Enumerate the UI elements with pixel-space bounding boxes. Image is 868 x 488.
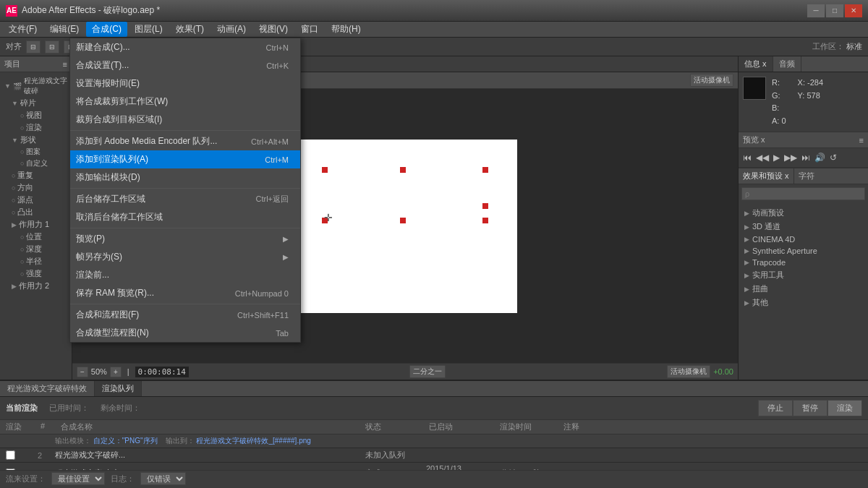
vc-camera[interactable]: 活动摄像机 (667, 365, 710, 378)
prev-loop[interactable]: ↺ (828, 151, 838, 164)
render-row-2[interactable]: 2 程光游戏文字破碎... 未加入队列 (0, 448, 868, 463)
tree-item-shitu[interactable]: ○ 视图 (3, 109, 69, 121)
viewer-camera-btn[interactable]: 活动摄像机 (690, 74, 733, 87)
tab-effects[interactable]: 效果和预设 x (739, 168, 794, 184)
dd-crop-to-target[interactable]: 裁剪合成到目标区域(I) (70, 111, 300, 129)
dropdown-menu: 新建合成(C)... Ctrl+N 合成设置(T)... Ctrl+K 设置海报… (69, 38, 301, 343)
prev-first[interactable]: ⏮ (741, 151, 753, 164)
tree-item-xuanran[interactable]: ○ 渲染 (3, 121, 69, 134)
footer-select[interactable]: 最佳设置 (51, 472, 105, 485)
menu-help[interactable]: 帮助(H) (326, 22, 367, 37)
cat-other[interactable]: ▶ 其他 (741, 296, 865, 309)
close-button[interactable]: ✕ (845, 4, 862, 17)
col-time: 渲染时间 (500, 421, 558, 432)
vc-zoom-out[interactable]: − (77, 367, 88, 377)
tree-item-comp[interactable]: ▼ 🎬 程光游戏文字破碎 (3, 75, 69, 97)
dd-save-ram[interactable]: 保存 RAM 预览(R)... Ctrl+Numpad 0 (70, 284, 300, 302)
dd-comp-settings[interactable]: 合成设置(T)... Ctrl+K (70, 56, 300, 74)
tree-item-fangxiang[interactable]: ○ 方向 (3, 181, 69, 194)
row2-checkbox[interactable] (6, 450, 15, 460)
prev-next[interactable]: ▶▶ (783, 151, 799, 164)
cat-synthetic[interactable]: ▶ Synthetic Aperture (741, 245, 865, 257)
tree-item-tuan[interactable]: ○ 图案 (3, 146, 69, 158)
dot-tl (322, 167, 328, 173)
bottom-tab-render[interactable]: 渲染队列 (95, 381, 142, 396)
cat-trapcode[interactable]: ▶ Trapcode (741, 257, 865, 268)
cat-utility[interactable]: ▶ 实用工具 (741, 268, 865, 282)
pause-button[interactable]: 暂停 (793, 400, 827, 416)
align-left-btn[interactable]: ⊟ (26, 40, 41, 53)
tree-item-tuchu[interactable]: ○ 凸出 (3, 206, 69, 218)
tree-item-radius[interactable]: ○ 半径 (3, 255, 69, 267)
cat-distort[interactable]: ▶ 扭曲 (741, 282, 865, 296)
dd-preview[interactable]: 预览(P) ▶ (70, 230, 300, 248)
menu-effect[interactable]: 效果(T) (170, 22, 210, 37)
prev-play[interactable]: ▶ (772, 151, 781, 164)
tree-item-suipian[interactable]: ▼ 碎片 (3, 97, 69, 109)
dot-br (482, 218, 488, 223)
effects-search-input[interactable] (741, 187, 865, 200)
log-select[interactable]: 仅错误 (140, 472, 186, 485)
tree-item-strength[interactable]: ○ 强度 (3, 267, 69, 280)
preview-controls: ⏮ ◀◀ ▶ ▶▶ ⏭ 🔊 ↺ (739, 148, 868, 168)
dd-mini-flow[interactable]: 合成微型流程图(N) Tab (70, 324, 300, 342)
bottom-tab-comp[interactable]: 程光游戏文字破碎特效 (0, 381, 95, 396)
prev-ram[interactable]: 🔊 (813, 151, 827, 164)
dd-flow[interactable]: 合成和流程图(F) Ctrl+Shift+F11 (70, 306, 300, 324)
render-row-3[interactable]: 3 程光游戏文字破碎... 完成 2015/1/13, 15:34:03 1 分… (0, 463, 868, 470)
tab-char[interactable]: 字符 (794, 168, 819, 184)
menu-file[interactable]: 文件(F) (3, 22, 43, 37)
tab-audio[interactable]: 音频 (773, 56, 801, 72)
cat-cinema4d[interactable]: ▶ CINEMA 4D (741, 234, 865, 245)
dd-save-frame2[interactable]: 帧另存为(S) ▶ (70, 248, 300, 266)
cat-3d[interactable]: ▶ 3D 通道 (741, 220, 865, 234)
dd-cancel-bg[interactable]: 取消后台储存工作区域 (70, 208, 300, 226)
col-render: 渲染 (6, 421, 35, 432)
project-options-icon[interactable]: ≡ (63, 60, 67, 69)
b-label: B: (772, 103, 779, 112)
menu-view[interactable]: 视图(V) (253, 22, 294, 37)
tree-item-position[interactable]: ○ 位置 (3, 231, 69, 243)
tree-item-ziding[interactable]: ○ 自定义 (3, 158, 69, 169)
dd-crop-to-work[interactable]: 将合成裁剪到工作区(W) (70, 93, 300, 111)
align-label: 对齐 (6, 41, 22, 52)
cat-anim-presets[interactable]: ▶ 动画预设 (741, 206, 865, 220)
dd-render-before[interactable]: 渲染前... (70, 266, 300, 284)
dd-add-to-render[interactable]: 添加到渲染队列(A) Ctrl+M (70, 150, 300, 168)
render-row-output[interactable]: 输出模块： 自定义："PNG"序列 输出到： 程光游戏文字破碎特效_[#####… (0, 435, 868, 448)
dd-new-comp[interactable]: 新建合成(C)... Ctrl+N (70, 38, 300, 56)
dd-add-output[interactable]: 添加输出模块(D) (70, 168, 300, 187)
tree-item-xingzhuang[interactable]: ▼ 形状 (3, 134, 69, 146)
left-panel: 项目 ≡ ▼ 🎬 程光游戏文字破碎 ▼ 碎片 ○ 视图 ○ (0, 56, 72, 380)
tree-item-yuandian[interactable]: ○ 源点 (3, 194, 69, 206)
dd-sep-2 (70, 188, 300, 189)
vc-split-view[interactable]: 二分之一 (409, 365, 446, 378)
dd-add-to-encoder[interactable]: 添加到 Adobe Media Encoder 队列... Ctrl+Alt+M (70, 132, 300, 150)
composition-canvas: ✛ (293, 140, 517, 313)
tree-item-force1[interactable]: ▶ 作用力 1 (3, 218, 69, 231)
dot-mr (482, 203, 488, 209)
maximize-button[interactable]: □ (826, 4, 843, 17)
tree-item-chongfu[interactable]: ○ 重复 (3, 169, 69, 181)
viewer-controls: − 50% + | 0:00:08:14 二分之一 活动摄像机 +0.00 (72, 363, 738, 380)
preview-options[interactable]: ≡ (859, 136, 864, 145)
vc-zoom-in[interactable]: + (110, 367, 122, 377)
stop-button[interactable]: 停止 (758, 400, 793, 416)
menu-window[interactable]: 窗口 (295, 22, 324, 37)
tab-info[interactable]: 信息 x (739, 56, 773, 72)
menu-edit[interactable]: 编辑(E) (44, 22, 85, 37)
menu-anim[interactable]: 动画(A) (211, 22, 252, 37)
render-button[interactable]: 渲染 (827, 400, 862, 416)
prev-prev[interactable]: ◀◀ (754, 151, 770, 164)
menu-comp[interactable]: 合成(C) (86, 22, 127, 37)
dd-set-poster[interactable]: 设置海报时间(E) (70, 74, 300, 93)
minimize-button[interactable]: ─ (807, 4, 825, 17)
prev-last[interactable]: ⏭ (800, 151, 812, 164)
remain-label: 剩余时间： (101, 403, 140, 414)
tree-item-force2[interactable]: ▶ 作用力 2 (3, 280, 69, 292)
menu-layer[interactable]: 图层(L) (129, 22, 169, 37)
dd-save-frame[interactable]: 后台储存工作区域 Ctrl+返回 (70, 190, 300, 208)
align-center-btn[interactable]: ⊟ (45, 40, 59, 53)
tree-item-depth[interactable]: ○ 深度 (3, 243, 69, 255)
dot-tc (400, 167, 406, 173)
